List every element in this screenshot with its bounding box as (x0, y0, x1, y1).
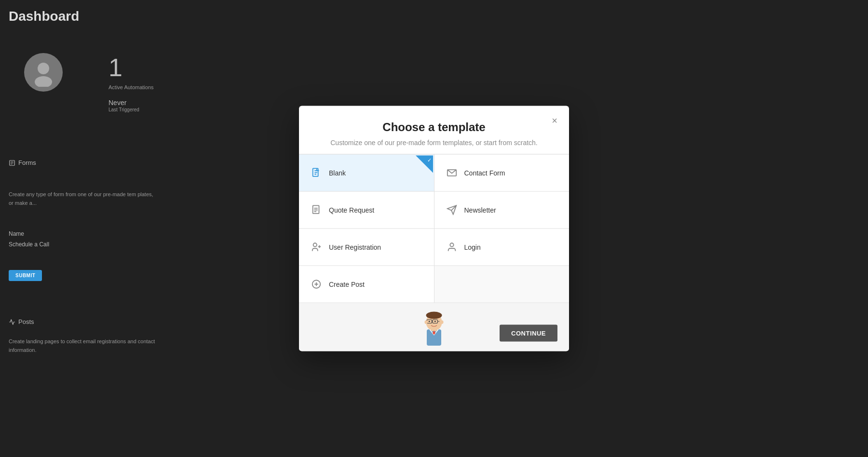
template-create-post[interactable]: Create Post (299, 266, 434, 303)
svg-point-24 (426, 312, 442, 319)
continue-button[interactable]: CONTINUE (500, 325, 557, 342)
paper-plane-icon (445, 203, 459, 217)
svg-point-34 (441, 321, 444, 324)
modal-header: × Choose a template Customize one of our… (299, 106, 569, 154)
document-icon (310, 166, 323, 180)
template-grid: ✓ Blank Contact Form (299, 154, 569, 303)
svg-point-1 (35, 76, 52, 87)
person-add-icon (310, 241, 323, 254)
template-blank[interactable]: ✓ Blank (299, 155, 434, 191)
modal-close-button[interactable]: × (548, 114, 561, 127)
bg-posts-nav: Posts (9, 318, 34, 325)
document-lines-icon (310, 203, 323, 217)
modal-subtitle: Customize one of our pre-made form templ… (313, 139, 555, 147)
template-contact-form[interactable]: Contact Form (434, 155, 570, 191)
svg-point-14 (313, 243, 317, 246)
svg-point-30 (429, 321, 430, 322)
template-contact-form-label: Contact Form (464, 169, 505, 177)
svg-point-0 (38, 63, 49, 74)
template-login[interactable]: Login (434, 229, 570, 266)
svg-point-33 (425, 321, 428, 324)
template-user-registration[interactable]: User Registration (299, 229, 434, 266)
template-quote-request[interactable]: Quote Request (299, 192, 434, 228)
person-icon (445, 241, 459, 254)
plus-icon (310, 278, 323, 291)
svg-point-31 (434, 321, 436, 322)
bg-name-field-label: Name (9, 230, 24, 237)
modal-footer: CONTINUE (299, 303, 569, 351)
template-chooser-modal: × Choose a template Customize one of our… (299, 106, 569, 351)
template-empty-cell (434, 266, 570, 303)
bg-submit-button: SUBMIT (9, 270, 42, 281)
template-login-label: Login (464, 243, 481, 251)
template-blank-label: Blank (329, 169, 346, 177)
bg-last-triggered: Last Triggered (108, 107, 139, 112)
character-illustration (415, 306, 453, 351)
dashboard-title: Dashboard (9, 9, 79, 24)
bg-stat-label: Active Automations (108, 84, 154, 90)
bg-schedule-label: Schedule a Call (9, 241, 49, 248)
bg-never-label: Never (108, 99, 126, 107)
template-newsletter[interactable]: Newsletter (434, 192, 570, 228)
bg-posts-text: Create landing pages to collect email re… (9, 337, 163, 354)
modal-title: Choose a template (313, 121, 555, 134)
template-quote-request-label: Quote Request (329, 206, 374, 214)
bg-content-text: Create any type of form from one of our … (9, 190, 153, 207)
template-newsletter-label: Newsletter (464, 206, 496, 214)
dashboard-avatar (24, 53, 63, 92)
selected-checkmark: ✓ (427, 157, 432, 163)
bg-nav-forms: Forms (9, 159, 36, 166)
template-create-post-label: Create Post (329, 281, 365, 288)
svg-rect-8 (313, 205, 319, 214)
bg-stat-number: 1 (108, 53, 122, 82)
svg-point-17 (450, 243, 453, 246)
envelope-icon (445, 166, 459, 180)
template-user-registration-label: User Registration (329, 243, 381, 251)
